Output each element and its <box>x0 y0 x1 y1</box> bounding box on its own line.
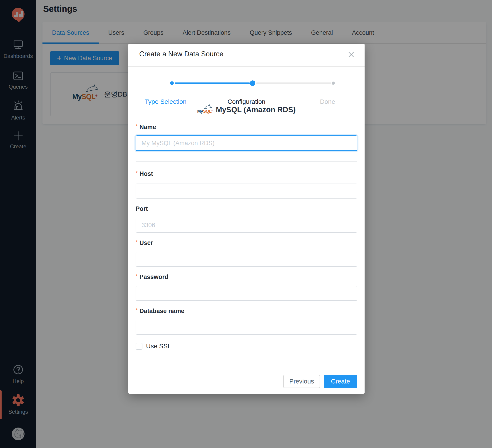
modal-title: Create a New Data Source <box>139 50 223 58</box>
required-mark: * <box>136 307 138 313</box>
datasource-type-heading: MySQL® MySQL (Amazon RDS) <box>128 105 365 114</box>
step-label-type-selection[interactable]: Type Selection <box>145 98 186 105</box>
mysql-logo-small: MySQL® <box>197 106 212 114</box>
host-label: *Host <box>136 170 153 177</box>
step-line-pending <box>256 83 331 84</box>
required-mark: * <box>136 123 138 129</box>
modal-header-divider <box>128 66 365 67</box>
database-name-input[interactable] <box>136 320 357 335</box>
step-dot-type-selection <box>170 81 174 85</box>
datasource-type-name: MySQL (Amazon RDS) <box>216 105 296 114</box>
step-line-done <box>175 83 250 84</box>
database-name-label: *Database name <box>136 308 184 315</box>
app-root: Dashboards Queries Alerts Create Help Se… <box>0 0 492 448</box>
port-input[interactable] <box>136 218 357 233</box>
previous-button[interactable]: Previous <box>283 375 320 388</box>
create-data-source-modal: Create a New Data Source Type Selection … <box>128 44 365 394</box>
use-ssl-checkbox-row[interactable]: Use SSL <box>136 343 171 350</box>
step-dot-configuration <box>250 80 255 86</box>
mysql-wordmark: MySQL® <box>197 109 213 114</box>
password-label: *Password <box>136 273 168 281</box>
modal-footer-divider <box>128 367 365 367</box>
step-label-configuration: Configuration <box>228 98 266 105</box>
step-label-done: Done <box>320 98 335 105</box>
name-input[interactable] <box>136 135 357 151</box>
use-ssl-checkbox[interactable] <box>136 343 143 350</box>
required-mark: * <box>136 273 138 280</box>
user-label: *User <box>136 240 153 247</box>
name-label: *Name <box>136 124 156 131</box>
password-input[interactable] <box>136 286 357 301</box>
step-dot-done <box>332 82 335 85</box>
create-button[interactable]: Create <box>324 375 357 388</box>
use-ssl-label: Use SSL <box>146 343 171 350</box>
host-input[interactable] <box>136 184 357 198</box>
user-input[interactable] <box>136 252 357 267</box>
required-mark: * <box>136 170 138 176</box>
close-icon[interactable] <box>347 51 356 59</box>
required-mark: * <box>136 239 138 245</box>
port-label: Port <box>136 205 148 212</box>
form-divider <box>136 161 357 162</box>
